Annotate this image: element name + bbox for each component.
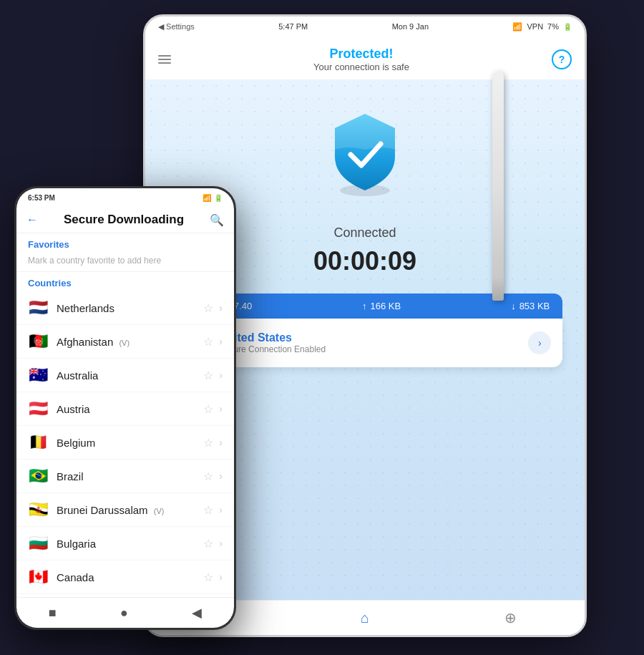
country-item-name: Netherlands [57,302,203,314]
country-flag-emoji: 🇳🇱 [28,299,48,317]
shield-container [322,108,408,204]
favorite-star-icon[interactable]: ☆ [203,335,213,349]
phone-header: ← Secure Downloading 🔍 [16,207,234,233]
country-chevron-icon: › [219,470,223,482]
phone-signal-icon: 📶 [203,194,211,202]
phone-battery-icon: 🔋 [214,194,223,202]
country-list-item[interactable]: 🇧🇳 Brunei Darussalam (V) ☆ › [16,493,234,527]
phone-bottom-nav: ■ ● ◀ [16,597,234,628]
country-item-name: Bulgaria [57,538,203,550]
country-item-name: Brazil [57,470,203,482]
country-flag-emoji: 🇧🇬 [28,534,48,553]
country-chevron-icon: › [219,369,223,381]
country-item-name: Australia [57,369,203,382]
vpn-label: VPN [527,22,543,31]
hamburger-line-2 [158,59,171,60]
country-chevron-icon: › [219,437,223,448]
phone-back-button[interactable]: ← [26,213,38,226]
country-item-name: Afghanistan (V) [57,336,203,348]
country-list-item[interactable]: 🇳🇱 Netherlands ☆ › [16,291,234,325]
favorite-star-icon[interactable]: ☆ [203,470,213,483]
country-flag-emoji: 🇧🇪 [28,433,48,452]
phone-time: 6:53 PM [28,194,55,202]
phone-search-button[interactable]: 🔍 [210,213,224,227]
country-list-item[interactable]: 🇦🇹 Austria ☆ › [16,392,234,426]
back-button[interactable]: ◀ [192,605,202,621]
connection-status-label: Secure Connection Enabled [219,344,529,354]
favorite-star-icon[interactable]: ☆ [203,571,213,584]
upload-value: 166 KB [371,301,401,311]
country-chevron-icon: › [219,403,223,414]
connection-chevron-button[interactable]: › [528,331,551,354]
country-list-item[interactable]: 🇦🇫 Afghanistan (V) ☆ › [16,325,234,359]
country-list-item[interactable]: 🇧🇬 Bulgaria ☆ › [16,527,234,561]
favorite-star-icon[interactable]: ☆ [203,436,213,450]
country-flag-emoji: 🇨🇦 [28,568,48,586]
country-chevron-icon: › [219,571,223,583]
help-button[interactable]: ? [552,49,572,69]
stop-button[interactable]: ■ [49,606,57,621]
country-badge: (V) [154,507,165,515]
tablet-header: Protected! Your connection is safe ? [145,37,585,79]
countries-section-header: Countries [16,272,234,291]
connection-subtitle: Your connection is safe [171,62,552,72]
favorites-placeholder-text: Mark a country favorite to add here [16,253,234,272]
tablet-status-icons: 📶 VPN 7% 🔋 [512,22,572,31]
favorites-section-header: Favorites [16,233,234,253]
country-list-item[interactable]: 🇨🇦 Canada ☆ › [16,561,234,594]
country-chevron-icon: › [219,336,223,347]
connection-info: United States Secure Connection Enabled [219,331,529,354]
phone-status-icons: 📶 🔋 [203,194,223,202]
home-button[interactable]: ● [120,606,128,621]
upload-stat: 166 KB [362,301,401,311]
globe-nav-icon[interactable]: ⊕ [504,609,517,626]
tablet-date: Mon 9 Jan [392,22,429,31]
battery-icon: 🔋 [563,23,572,31]
tablet-status-bar: ◀ Settings 5:47 PM Mon 9 Jan 📶 VPN 7% 🔋 [145,16,585,37]
favorite-star-icon[interactable]: ☆ [203,369,213,382]
country-list-item[interactable]: 🇧🇷 Brazil ☆ › [16,460,234,493]
country-badge: (V) [119,339,130,347]
country-item-name: Brunei Darussalam (V) [57,504,203,516]
connected-label: Connected [333,225,396,241]
vpn-shield-icon [322,108,408,201]
tablet-back-label[interactable]: ◀ Settings [158,22,195,31]
phone-country-list: Favorites Mark a country favorite to add… [16,233,234,597]
favorite-star-icon[interactable]: ☆ [203,402,213,416]
download-value: 853 KB [519,301,550,311]
country-chevron-icon: › [219,504,223,515]
favorite-star-icon[interactable]: ☆ [203,301,213,315]
download-arrow-icon [511,301,516,311]
tablet-title-block: Protected! Your connection is safe [171,47,552,72]
menu-icon[interactable] [158,55,171,64]
apple-pencil [492,72,504,301]
download-stat: 853 KB [511,301,550,311]
favorite-star-icon[interactable]: ☆ [203,503,213,517]
country-item-name: Canada [57,571,203,583]
hamburger-line-3 [158,62,171,64]
country-items-container: 🇳🇱 Netherlands ☆ › 🇦🇫 Afghanistan (V) ☆ … [16,291,234,594]
hamburger-line-1 [158,55,171,57]
favorite-star-icon[interactable]: ☆ [203,537,213,550]
country-list-item[interactable]: 🇦🇺 Australia ☆ › [16,359,234,392]
tablet-time: 5:47 PM [278,22,308,31]
country-name: United States [219,331,529,344]
country-flag-emoji: 🇦🇫 [28,332,48,351]
country-chevron-icon: › [219,538,223,549]
country-flag-emoji: 🇧🇷 [28,467,48,485]
country-item-name: Austria [57,403,203,415]
country-item-name: Belgium [57,437,203,449]
wifi-icon: 📶 [512,22,522,31]
home-nav-icon[interactable]: ⌂ [361,610,369,626]
country-flag-emoji: 🇧🇳 [28,500,48,519]
phone: 6:53 PM 📶 🔋 ← Secure Downloading 🔍 Favor… [14,186,236,630]
phone-screen-title: Secure Downloading [64,213,184,227]
battery-level: 7% [547,22,559,31]
phone-status-bar: 6:53 PM 📶 🔋 [16,188,234,207]
upload-arrow-icon [362,301,367,311]
protected-title: Protected! [171,47,552,62]
country-flag-emoji: 🇦🇹 [28,399,48,418]
timer-display: 00:00:09 [313,246,416,276]
country-flag-emoji: 🇦🇺 [28,366,48,384]
country-list-item[interactable]: 🇧🇪 Belgium ☆ › [16,426,234,460]
